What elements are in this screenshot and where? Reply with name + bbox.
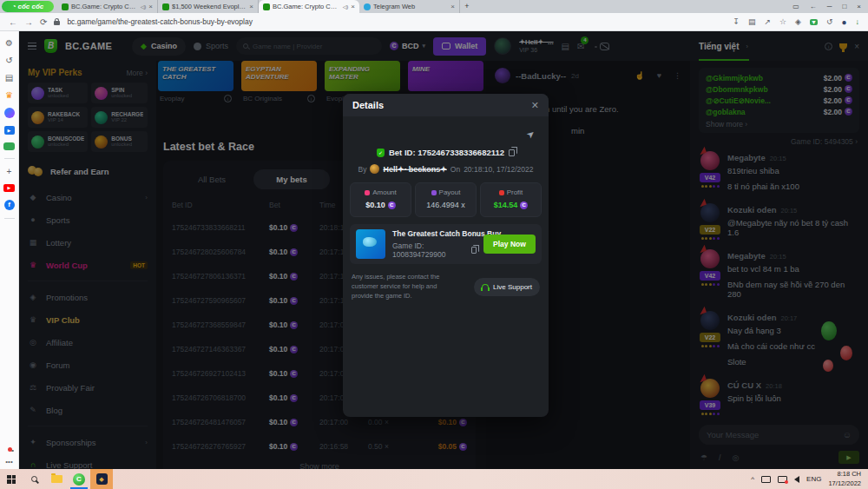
history-icon[interactable]: ↺	[5, 56, 12, 65]
copy-icon[interactable]	[471, 247, 477, 254]
translate-icon[interactable]: ▤	[748, 17, 756, 26]
amount-icon	[365, 190, 370, 195]
audio-icon: ◁)	[141, 3, 147, 10]
new-tab-button[interactable]: +	[460, 0, 474, 13]
profit-icon	[499, 190, 504, 195]
bet-id-line: Bet ID: 1752467338336682112	[343, 148, 549, 157]
games-gamepad-icon[interactable]	[3, 142, 15, 150]
crown-rewards-icon[interactable]: ♛	[5, 90, 13, 100]
stat-payout: Payout146.4994 x	[415, 182, 477, 217]
taskbar-clock[interactable]: 8:18 CH 17/12/2022	[828, 470, 861, 487]
video-icon[interactable]: ▶	[4, 126, 15, 135]
bcd-coin-icon	[520, 202, 528, 209]
sync-icon[interactable]: ↺	[826, 17, 833, 26]
headset-icon	[482, 284, 489, 289]
modal-header: Details ✕	[343, 94, 549, 116]
stat-amount: Amount$0.10	[350, 182, 411, 217]
keyboard-language[interactable]: ENG	[806, 475, 821, 483]
close-tab-icon[interactable]: ×	[351, 3, 355, 10]
share-arrow-icon[interactable]: ➤	[524, 128, 537, 142]
extension-icon[interactable]: ▼	[810, 19, 818, 25]
youtube-icon[interactable]: ▶	[3, 184, 15, 192]
bcd-coin-icon	[388, 202, 396, 209]
back-icon[interactable]: ←	[9, 17, 17, 27]
telegram-favicon	[364, 3, 371, 10]
adblock-shield-icon[interactable]: ◈	[795, 17, 801, 26]
padlock-icon[interactable]	[54, 21, 60, 25]
download-icon[interactable]: ↓	[856, 17, 860, 26]
screenrec-icon[interactable]	[778, 476, 787, 483]
coccoc-taskbar-icon[interactable]: C	[68, 469, 90, 489]
bcgame-favicon	[263, 3, 270, 10]
windows-taskbar: C ◆ ^ ENG 8:18 CH 17/12/2022	[0, 469, 868, 489]
add-shortcut-icon[interactable]: +	[7, 167, 12, 176]
recording-dot	[785, 480, 788, 484]
stat-profit: Profit$14.54	[480, 182, 542, 217]
bet-by-line: By Hell✦~beckons✦ On 20:18:10, 17/12/202…	[343, 164, 549, 174]
window-minimize-button[interactable]: ─	[827, 3, 832, 10]
highlighted-app-icon[interactable]: ◆	[90, 469, 113, 489]
bcgame-favicon	[62, 3, 69, 10]
messenger-icon[interactable]	[4, 108, 15, 118]
browser-tab-1[interactable]: BC.Game: Crypto Casino◁)×	[57, 0, 158, 13]
start-button[interactable]	[0, 469, 23, 489]
notification-dot	[8, 447, 12, 452]
reload-icon[interactable]: ⟳	[40, 17, 47, 27]
close-tab-icon[interactable]: ×	[148, 3, 153, 10]
facebook-icon[interactable]: f	[4, 200, 15, 210]
file-explorer-icon[interactable]	[45, 469, 68, 489]
support-row: Any issues, please contact the customer …	[352, 273, 540, 301]
close-tab-icon[interactable]: ×	[249, 3, 253, 10]
forward-icon[interactable]: →	[24, 17, 33, 27]
game-thumbnail[interactable]	[356, 229, 385, 259]
support-note: Any issues, please contact the customer …	[352, 273, 459, 301]
window-maximize-button[interactable]: □	[842, 3, 846, 10]
browser-tab-4[interactable]: Telegram Web×	[359, 0, 460, 13]
bet-details-modal: Details ✕ ➤ Bet ID: 1752467338336682112 …	[343, 94, 549, 417]
browser-tabstrip: ◔cốc cốc BC.Game: Crypto Casino◁)× $1,50…	[0, 0, 868, 13]
divider	[4, 158, 15, 159]
bcgame-page: B BC.GAME ◆Casino Sports BCD▾ Wallet ✦He…	[19, 31, 868, 469]
bet-datetime: 20:18:10, 17/12/2022	[464, 165, 533, 174]
coccoc-menu-button[interactable]: ◔cốc cốc	[2, 1, 54, 12]
player-name[interactable]: Hell✦~beckons✦	[383, 165, 446, 174]
window-close-button[interactable]: ×	[857, 3, 861, 10]
close-tab-icon[interactable]: ×	[450, 3, 455, 10]
reading-list-icon[interactable]: ▤	[5, 73, 13, 83]
modal-title: Details	[352, 100, 384, 110]
display-icon[interactable]	[761, 476, 771, 483]
tab-search-icon[interactable]: ▭	[792, 3, 799, 10]
game-card: The Greatest Catch Bonus Buy Game ID: 10…	[350, 224, 542, 264]
url-text[interactable]: bc.game/game/the-greatest-catch-bonus-bu…	[67, 17, 726, 26]
verified-shield-icon	[377, 149, 385, 157]
audio-icon: ◁)	[343, 3, 349, 10]
settings-gear-icon[interactable]: ⚙	[5, 38, 13, 48]
game-title: The Greatest Catch Bonus Buy	[392, 229, 477, 238]
game-id: Game ID: 1008394729900	[392, 241, 468, 259]
tab-restore-icon[interactable]: ←	[810, 3, 817, 10]
volume-icon[interactable]	[794, 476, 799, 483]
more-options-icon[interactable]: •••	[5, 458, 12, 466]
bcgame-favicon	[162, 3, 169, 10]
live-support-button[interactable]: Live Support	[474, 278, 540, 296]
coccoc-logo-icon: ◔	[12, 3, 16, 10]
save-page-icon[interactable]: ↧	[733, 17, 740, 26]
player-avatar	[370, 164, 379, 174]
screen: ◔cốc cốc BC.Game: Crypto Casino◁)× $1,50…	[0, 0, 868, 489]
browser-addressbar: ← → ⟳ bc.game/game/the-greatest-catch-bo…	[0, 13, 868, 31]
copy-icon[interactable]	[509, 149, 515, 156]
play-now-button[interactable]: Play Now	[483, 235, 536, 254]
payout-icon	[431, 190, 437, 195]
hidden-icons-chevron[interactable]: ^	[751, 475, 754, 483]
system-tray: ^ ENG 8:18 CH 17/12/2022	[751, 469, 868, 489]
divider	[4, 218, 15, 219]
coccoc-sidebar: ⚙ ↺ ▤ ♛ ▶ + ▶ f •••	[0, 31, 19, 469]
bookmark-star-icon[interactable]: ☆	[779, 17, 786, 26]
bet-stats: Amount$0.10 Payout146.4994 x Profit$14.5…	[350, 182, 542, 217]
browser-tab-3-active[interactable]: BC.Game: Crypto Casino◁)×	[259, 0, 359, 13]
share-icon[interactable]: ↗	[764, 17, 771, 26]
profile-avatar-icon[interactable]: ●	[841, 17, 846, 27]
browser-tab-2[interactable]: $1,500 Weekend Evoplay Mu×	[158, 0, 259, 13]
taskbar-search-icon[interactable]	[23, 469, 45, 489]
modal-close-button[interactable]: ✕	[531, 100, 539, 111]
